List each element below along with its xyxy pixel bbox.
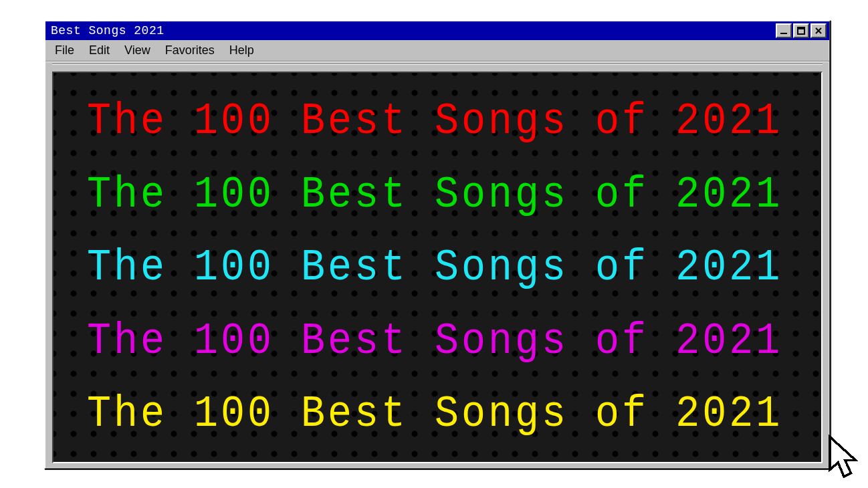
- window-controls: [776, 23, 827, 38]
- close-button[interactable]: [810, 23, 827, 38]
- menu-favorites[interactable]: Favorites: [162, 42, 217, 59]
- app-window: Best Songs 2021 File Edit View Favorites…: [44, 20, 831, 469]
- window-title: Best Songs 2021: [51, 24, 776, 37]
- headline-row: The 100 Best Songs of 2021: [87, 99, 788, 143]
- close-icon: [815, 27, 823, 35]
- svg-rect-0: [780, 33, 787, 34]
- cursor-icon: [824, 435, 864, 481]
- menu-view[interactable]: View: [122, 42, 153, 59]
- maximize-button[interactable]: [793, 23, 809, 38]
- title-bar: Best Songs 2021: [45, 21, 829, 40]
- headline-row: The 100 Best Songs of 2021: [87, 319, 788, 363]
- headline-row: The 100 Best Songs of 2021: [87, 172, 788, 217]
- minimize-button[interactable]: [776, 23, 792, 38]
- maximize-icon: [797, 27, 805, 35]
- menu-separator: [52, 64, 823, 65]
- menu-help[interactable]: Help: [227, 42, 257, 59]
- content-area: The 100 Best Songs of 2021 The 100 Best …: [52, 72, 823, 463]
- minimize-icon: [780, 27, 788, 35]
- menu-file[interactable]: File: [52, 42, 77, 59]
- headline-row: The 100 Best Songs of 2021: [87, 392, 788, 436]
- headline-row: The 100 Best Songs of 2021: [87, 245, 788, 289]
- menu-edit[interactable]: Edit: [86, 42, 112, 59]
- svg-rect-2: [798, 27, 804, 29]
- menu-bar: File Edit View Favorites Help: [45, 40, 829, 62]
